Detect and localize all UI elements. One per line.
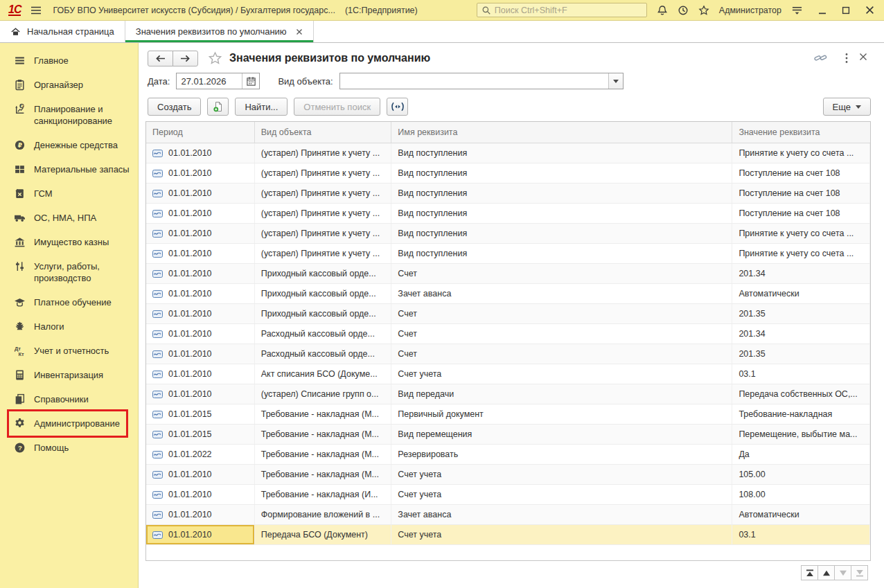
sidebar-item-pomosch[interactable]: ?Помощь <box>0 436 138 460</box>
cell-attribute-value[interactable]: Поступление на счет 108 <box>732 184 870 203</box>
cell-attribute-name[interactable]: Вид поступления <box>391 204 732 223</box>
table-row[interactable]: 01.01.2010Передача БСО (Документ)Счет уч… <box>146 525 870 545</box>
cell-object-type[interactable]: Акт списания БСО (Докуме... <box>255 364 392 384</box>
table-row[interactable]: 01.01.2010Требование - накладная (М...Сч… <box>146 465 870 485</box>
sidebar-item-glavnoe[interactable]: Главное <box>0 48 138 73</box>
scroll-up-icon[interactable] <box>817 565 835 580</box>
cell-attribute-name[interactable]: Зачет аванса <box>391 505 732 524</box>
cell-attribute-value[interactable]: Принятие к учету со счета ... <box>732 143 870 163</box>
table-row[interactable]: 01.01.2010(устарел) Принятие к учету ...… <box>146 143 870 163</box>
cell-object-type[interactable]: Передача БСО (Документ) <box>255 525 392 544</box>
cell-attribute-name[interactable]: Вид поступления <box>391 143 732 163</box>
cell-attribute-name[interactable]: Вид поступления <box>391 224 732 243</box>
sidebar-item-planning[interactable]: ₽Планирование и санкционирование <box>0 97 138 133</box>
table-row[interactable]: 01.01.2015Требование - накладная (М...Пе… <box>146 404 870 425</box>
object-type-combo[interactable] <box>339 73 624 89</box>
cell-attribute-value[interactable]: Требование-накладная <box>732 404 870 424</box>
cell-period[interactable]: 01.01.2010 <box>146 244 255 263</box>
sidebar-item-os-nma-npa[interactable]: ОС, НМА, НПА <box>0 206 138 230</box>
sidebar-item-money[interactable]: ₽Денежные средства <box>0 133 138 157</box>
cell-object-type[interactable]: Требование - накладная (М... <box>255 465 392 484</box>
cell-attribute-name[interactable]: Вид поступления <box>391 184 732 203</box>
cancel-search-button[interactable]: Отменить поиск <box>294 98 380 116</box>
sidebar-item-uslugi[interactable]: Услуги, работы, производство <box>0 254 138 290</box>
global-search[interactable] <box>477 3 647 17</box>
cell-object-type[interactable]: Приходный кассовый орде... <box>255 264 392 283</box>
cell-attribute-value[interactable]: 201.34 <box>732 264 870 283</box>
cell-attribute-value[interactable]: Принятие к учету со счета ... <box>732 224 870 243</box>
history-icon[interactable] <box>678 5 689 16</box>
cell-attribute-value[interactable]: Перемещение, выбытие ма... <box>732 425 870 444</box>
cell-period[interactable]: 01.01.2010 <box>146 304 255 323</box>
forward-button[interactable] <box>173 51 198 66</box>
cell-attribute-name[interactable]: Счет учета <box>391 525 732 544</box>
scroll-bottom-icon[interactable] <box>851 565 868 580</box>
cell-attribute-name[interactable]: Счет учета <box>391 364 732 384</box>
scroll-top-icon[interactable] <box>801 565 818 580</box>
sidebar-item-organizer[interactable]: Органайзер <box>0 73 138 97</box>
cell-object-type[interactable]: Требование - накладная (М... <box>255 425 392 444</box>
back-button[interactable] <box>148 51 173 66</box>
cell-attribute-name[interactable]: Первичный документ <box>391 404 732 424</box>
cell-attribute-name[interactable]: Счет <box>391 304 732 323</box>
cell-attribute-value[interactable]: 201.34 <box>732 324 870 344</box>
cell-period[interactable]: 01.01.2010 <box>146 284 255 303</box>
cell-attribute-name[interactable]: Вид поступления <box>391 244 732 263</box>
cell-period[interactable]: 01.01.2010 <box>146 204 255 223</box>
cell-object-type[interactable]: (устарел) Принятие к учету ... <box>255 224 392 243</box>
find-button[interactable]: Найти... <box>235 98 288 116</box>
close-form-icon[interactable] <box>859 53 867 61</box>
cell-period[interactable]: 01.01.2010 <box>146 485 255 504</box>
cell-period[interactable]: 01.01.2010 <box>146 264 255 283</box>
more-button[interactable]: Еще <box>823 98 871 116</box>
cell-attribute-value[interactable]: Да <box>732 445 870 464</box>
cell-attribute-name[interactable]: Зачет аванса <box>391 284 732 303</box>
cell-attribute-value[interactable]: 201.35 <box>732 344 870 364</box>
search-input[interactable] <box>495 6 642 15</box>
cell-object-type[interactable]: (устарел) Списание групп о... <box>255 384 392 404</box>
cell-period[interactable]: 01.01.2010 <box>146 364 255 384</box>
column-header-object-type[interactable]: Вид объекта <box>255 122 392 143</box>
scroll-down-icon[interactable] <box>834 565 851 580</box>
notifications-bell-icon[interactable] <box>657 5 668 16</box>
cell-period[interactable]: 01.01.2010 <box>146 384 255 404</box>
cell-period[interactable]: 01.01.2022 <box>146 445 255 464</box>
cell-object-type[interactable]: Расходный кассовый орде... <box>255 324 392 344</box>
table-row[interactable]: 01.01.2010Требование - накладная (И...Сч… <box>146 485 870 505</box>
cell-object-type[interactable]: Расходный кассовый орде... <box>255 344 392 364</box>
cell-object-type[interactable]: Требование - накладная (М... <box>255 445 392 464</box>
date-field[interactable] <box>177 73 242 89</box>
cell-attribute-name[interactable]: Счет учета <box>391 465 732 484</box>
cell-attribute-name[interactable]: Вид поступления <box>391 163 732 183</box>
object-type-input[interactable] <box>340 73 608 89</box>
table-row[interactable]: 01.01.2010(устарел) Принятие к учету ...… <box>146 244 870 264</box>
minimize-button[interactable] <box>818 6 826 15</box>
cell-period[interactable]: 01.01.2015 <box>146 425 255 444</box>
cell-attribute-value[interactable]: Передача собственных ОС,... <box>732 384 870 404</box>
cell-period[interactable]: 01.01.2015 <box>146 404 255 424</box>
sidebar-item-gsm[interactable]: ГСМ <box>0 181 138 206</box>
create-button[interactable]: Создать <box>148 98 201 116</box>
cell-period[interactable]: 01.01.2010 <box>146 505 255 524</box>
table-row[interactable]: 01.01.2010(устарел) Списание групп о...В… <box>146 384 870 404</box>
sidebar-item-kazna[interactable]: Имущество казны <box>0 230 138 254</box>
cell-attribute-value[interactable]: 108.00 <box>732 485 870 504</box>
table-row[interactable]: 01.01.2010Акт списания БСО (Докуме...Сче… <box>146 364 870 384</box>
cell-attribute-name[interactable]: Резервировать <box>391 445 732 464</box>
sidebar-item-materials[interactable]: Материальные запасы <box>0 157 138 181</box>
favorites-star-icon[interactable] <box>698 5 709 16</box>
cell-attribute-name[interactable]: Вид перемещения <box>391 425 732 444</box>
tab-home[interactable]: Начальная страница <box>0 21 125 42</box>
cell-attribute-name[interactable]: Счет <box>391 344 732 364</box>
cell-object-type[interactable]: Приходный кассовый орде... <box>255 284 392 303</box>
cell-object-type[interactable]: (устарел) Принятие к учету ... <box>255 204 392 223</box>
chevron-down-icon[interactable] <box>608 73 623 89</box>
table-row[interactable]: 01.01.2015Требование - накладная (М...Ви… <box>146 425 870 445</box>
favorite-star-icon[interactable] <box>208 51 222 65</box>
sidebar-item-inventory[interactable]: Инвентаризация <box>0 363 138 387</box>
sidebar-item-uchet[interactable]: ДтКтУчет и отчетность <box>0 339 138 363</box>
get-link-icon[interactable] <box>814 53 827 63</box>
table-row[interactable]: 01.01.2010Приходный кассовый орде...Счет… <box>146 304 870 324</box>
cell-period[interactable]: 01.01.2010 <box>146 143 255 163</box>
table-row[interactable]: 01.01.2010Расходный кассовый орде...Счет… <box>146 324 870 344</box>
